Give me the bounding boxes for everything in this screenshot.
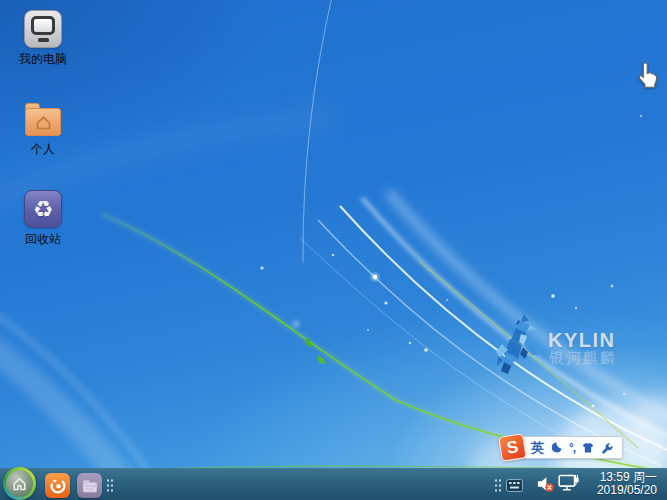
file-manager-icon — [81, 478, 99, 494]
ime-toolbar[interactable]: S 英 °, — [500, 435, 623, 460]
wrench-icon[interactable] — [601, 441, 614, 454]
desktop-icon-recycle-bin[interactable]: ♻ 回收站 — [5, 190, 81, 248]
house-icon — [11, 476, 28, 491]
wallpaper-art — [0, 0, 667, 500]
monitor-screen — [31, 16, 55, 35]
kylin-watermark: KYLIN 银河麒麟 — [496, 314, 646, 376]
volume-muted-icon[interactable] — [536, 475, 555, 497]
desktop-icon-label: 回收站 — [25, 231, 61, 248]
monitor-icon — [24, 10, 62, 48]
skin-icon[interactable] — [581, 442, 595, 454]
desktop[interactable]: 我的电脑 个人 ♻ 回收站 — [0, 0, 667, 500]
home-folder-icon — [24, 100, 62, 138]
desktop-icon-label: 我的电脑 — [19, 51, 67, 68]
file-manager-button[interactable] — [77, 473, 102, 498]
start-inner — [6, 470, 33, 497]
firefox-icon — [49, 477, 67, 495]
watermark-title: KYLIN — [548, 329, 616, 352]
punctuation-toggle[interactable]: °, — [569, 442, 575, 454]
clock[interactable]: 13:59 周一 2019/05/20 — [597, 471, 657, 497]
keyboard-icon[interactable] — [506, 478, 523, 496]
ime-bar: 英 °, — [521, 436, 623, 459]
start-menu-button[interactable] — [3, 467, 36, 500]
ime-language-toggle[interactable]: 英 — [531, 441, 544, 454]
recycle-glyph: ♻ — [33, 198, 54, 221]
folder-body — [25, 108, 61, 136]
drag-handle[interactable] — [494, 478, 501, 492]
drag-handle[interactable] — [106, 478, 113, 492]
recycle-icon: ♻ — [24, 190, 62, 228]
firefox-button[interactable] — [45, 473, 70, 498]
house-outline-icon — [35, 115, 52, 130]
hand-cursor-icon — [637, 61, 659, 89]
clock-date: 2019/05/20 — [597, 484, 657, 497]
watermark-subtitle: 银河麒麟 — [549, 349, 617, 368]
desktop-icon-label: 个人 — [31, 141, 55, 158]
sogou-logo[interactable]: S — [498, 433, 527, 462]
monitor-stand — [38, 38, 49, 42]
taskbar: 13:59 周一 2019/05/20 — [0, 468, 667, 500]
sogou-logo-letter: S — [506, 438, 520, 457]
desktop-icon-personal[interactable]: 个人 — [5, 100, 81, 158]
kylin-creature-icon — [496, 314, 548, 374]
network-icon[interactable] — [558, 473, 580, 497]
desktop-icon-my-computer[interactable]: 我的电脑 — [5, 10, 81, 68]
moon-icon[interactable] — [550, 441, 563, 454]
